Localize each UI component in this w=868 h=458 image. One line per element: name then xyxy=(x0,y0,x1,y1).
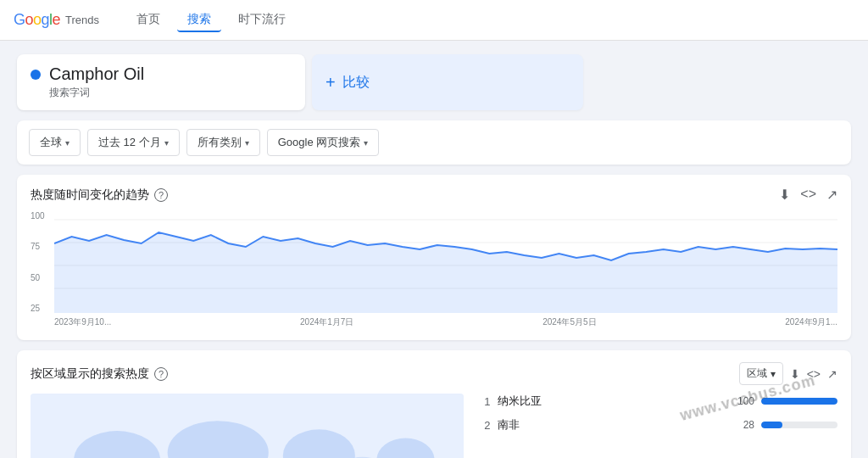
compare-label: 比较 xyxy=(342,74,370,92)
filter-period[interactable]: 过去 12 个月 ▾ xyxy=(87,129,180,156)
topic-name: Camphor Oil xyxy=(49,64,144,84)
chevron-down-icon: ▾ xyxy=(245,138,249,148)
rank-item: 2 南非 28 xyxy=(477,417,837,433)
nav-items: 首页 搜索 时下流行 xyxy=(126,8,296,32)
google-trends-logo[interactable]: Google Trends xyxy=(14,11,99,29)
download-icon[interactable]: ⬇ xyxy=(779,187,790,203)
rank-country-name: 南非 xyxy=(498,417,722,433)
rank-number: 1 xyxy=(477,395,491,408)
chevron-down-icon: ▾ xyxy=(164,138,169,148)
trend-chart-section: 热度随时间变化的趋势 ? ⬇ <> ↗ 100 75 50 25 xyxy=(17,175,851,340)
rank-score: 28 xyxy=(729,419,754,431)
region-toggle[interactable]: 区域 ▾ xyxy=(739,362,783,385)
compare-card[interactable]: + 比较 xyxy=(312,54,583,110)
regional-download-icon[interactable]: ⬇ xyxy=(790,367,800,381)
trend-chart-area: 100 75 50 25 xyxy=(31,211,837,313)
trend-chart-actions: ⬇ <> ↗ xyxy=(779,187,837,203)
regional-title: 按区域显示的搜索热度 xyxy=(31,366,149,382)
top-navigation: Google Trends 首页 搜索 时下流行 xyxy=(0,0,868,41)
google-wordmark: Google xyxy=(14,11,60,29)
y-label-75: 75 xyxy=(31,242,45,251)
trend-chart-header: 热度随时间变化的趋势 ? ⬇ <> ↗ xyxy=(31,187,837,203)
regional-share-icon[interactable]: ↗ xyxy=(827,367,837,381)
y-label-50: 50 xyxy=(31,273,45,282)
topic-title-row: Camphor Oil xyxy=(31,64,292,84)
filter-source[interactable]: Google 网页搜索 ▾ xyxy=(267,129,380,156)
nav-home[interactable]: 首页 xyxy=(126,8,170,32)
topic-subtitle: 搜索字词 xyxy=(49,86,292,100)
x-label-1: 2024年1月7日 xyxy=(300,316,353,328)
regional-help-icon[interactable]: ? xyxy=(154,367,168,381)
region-action-row: 区域 ▾ ⬇ <> ↗ xyxy=(739,362,837,385)
rank-bar-background xyxy=(761,422,837,428)
section-title-row: 热度随时间变化的趋势 ? xyxy=(31,187,168,203)
compare-plus-icon: + xyxy=(326,73,336,92)
rank-item: 1 纳米比亚 100 xyxy=(477,394,837,409)
chevron-down-icon: ▾ xyxy=(65,138,70,148)
rank-score: 100 xyxy=(729,395,754,407)
regional-section: 按区域显示的搜索热度 ? 区域 ▾ ⬇ <> ↗ xyxy=(17,350,851,458)
x-label-2: 2024年5月5日 xyxy=(542,316,596,328)
chevron-down-icon: ▾ xyxy=(364,138,368,148)
regional-rankings: 1 纳米比亚 100 2 南非 28 xyxy=(477,394,837,458)
nav-search[interactable]: 搜索 xyxy=(177,8,221,32)
world-map xyxy=(31,394,464,458)
chevron-down-icon: ▾ xyxy=(771,368,776,380)
svg-marker-4 xyxy=(54,232,837,313)
filter-row: 全球 ▾ 过去 12 个月 ▾ 所有类别 ▾ Google 网页搜索 ▾ xyxy=(17,120,851,165)
y-axis-labels: 100 75 50 25 xyxy=(31,211,45,313)
map-svg xyxy=(31,394,464,458)
main-content: Camphor Oil 搜索字词 + 比较 全球 ▾ 过去 12 个月 ▾ 所有… xyxy=(0,41,868,458)
trends-wordmark: Trends xyxy=(65,14,99,26)
topic-card: Camphor Oil 搜索字词 xyxy=(17,54,305,110)
rank-number: 2 xyxy=(477,419,491,432)
filter-region[interactable]: 全球 ▾ xyxy=(29,129,81,156)
rank-bar-background xyxy=(761,398,837,405)
regional-embed-icon[interactable]: <> xyxy=(807,367,821,381)
trend-chart-title: 热度随时间变化的趋势 xyxy=(31,187,149,203)
x-axis-labels: 2023年9月10... 2024年1月7日 2024年5月5日 2024年9月… xyxy=(31,316,837,328)
share-icon[interactable]: ↗ xyxy=(826,187,837,203)
regional-header: 按区域显示的搜索热度 ? 区域 ▾ ⬇ <> ↗ xyxy=(31,362,837,385)
filter-period-label: 过去 12 个月 xyxy=(98,135,161,150)
filter-region-label: 全球 xyxy=(40,135,62,150)
nav-trending[interactable]: 时下流行 xyxy=(228,8,296,32)
help-icon[interactable]: ? xyxy=(154,188,168,202)
regional-body: 1 纳米比亚 100 2 南非 28 xyxy=(31,394,837,458)
y-label-100: 100 xyxy=(31,211,45,221)
y-label-25: 25 xyxy=(31,304,45,313)
filter-category[interactable]: 所有类别 ▾ xyxy=(186,129,260,156)
region-toggle-label: 区域 xyxy=(747,366,767,381)
filter-category-label: 所有类别 xyxy=(198,135,242,150)
trend-line-chart xyxy=(31,211,837,313)
rank-bar-fill xyxy=(761,422,782,428)
filter-source-label: Google 网页搜索 xyxy=(278,135,361,150)
rank-country-name: 纳米比亚 xyxy=(498,394,722,409)
rank-bar-fill xyxy=(761,398,837,405)
embed-icon[interactable]: <> xyxy=(800,187,816,203)
regional-title-row: 按区域显示的搜索热度 ? xyxy=(31,366,168,382)
x-label-0: 2023年9月10... xyxy=(54,316,111,328)
x-label-3: 2024年9月1... xyxy=(785,316,837,328)
topic-row: Camphor Oil 搜索字词 + 比较 xyxy=(17,54,851,110)
topic-dot xyxy=(31,70,41,80)
